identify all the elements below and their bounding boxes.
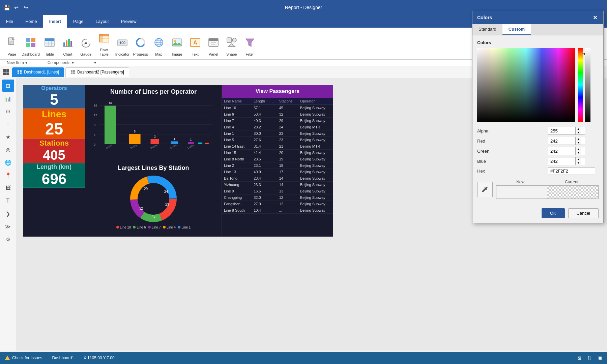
table-row[interactable]: Changping 32.0 12 Beijing Subway [222, 194, 333, 201]
status-icon-3[interactable]: ▣ [595, 353, 604, 363]
dialog-close-button[interactable]: ✕ [591, 14, 599, 21]
tab-standard[interactable]: Standard [472, 24, 502, 35]
table-row[interactable]: Line 1 30.0 23 Beijing Subway [222, 130, 333, 137]
tab-dashboard2[interactable]: Dashboard2 [Passengers] [65, 67, 129, 77]
cancel-button[interactable]: Cancel [568, 208, 599, 218]
blue-input-field[interactable]: ▲ ▼ [548, 157, 585, 165]
col-line-name[interactable]: Line Name [222, 98, 252, 105]
sidebar-icon-grid[interactable]: ⊞ [2, 80, 14, 92]
table-row[interactable]: Fangshan 27.0 12 Beijing Subway [222, 201, 333, 207]
legend-line1: Line 1 [178, 225, 191, 229]
ribbon-image[interactable]: Image [169, 33, 185, 57]
table-row[interactable]: Line 6 53.4 32 Beijing Subway [222, 111, 333, 118]
ribbon-map[interactable]: Map [150, 33, 167, 57]
tab-dashboard1-label: Dashboard1 [Lines] [24, 70, 59, 74]
ribbon-panel[interactable]: Panel [205, 33, 222, 57]
menu-insert[interactable]: Insert [43, 15, 67, 28]
alpha-input-field[interactable]: ▲ ▼ [548, 127, 585, 135]
col-sort[interactable]: ↓ [270, 98, 277, 105]
table-row[interactable]: Line 10 57.1 45 Beijing Subway [222, 105, 333, 111]
table-row[interactable]: Line 4 28.2 24 Beijing MTR [222, 124, 333, 130]
status-icon-1[interactable]: ⊠ [575, 353, 584, 363]
check-for-issues[interactable]: Check for Issues [0, 352, 47, 364]
table-row[interactable]: Line 8 North 28.5 19 Beijing Subway [222, 156, 333, 162]
alpha-spinners: ▲ ▼ [575, 127, 581, 134]
hex-input-field[interactable] [548, 167, 595, 175]
ribbon-indicator[interactable]: 100 Indicator [114, 33, 131, 57]
menu-layout[interactable]: Layout [89, 15, 115, 28]
extra-expand-1[interactable]: ▾ [94, 60, 96, 65]
sidebar-icon-list[interactable]: ≡ [2, 118, 14, 130]
hex-input[interactable] [548, 168, 592, 175]
ribbon-dashboard[interactable]: Dashboard [22, 33, 40, 57]
table-row[interactable]: Line 8 South 10.4 ... Beijing Subway [222, 207, 333, 214]
green-input-field[interactable]: ▲ ▼ [548, 147, 585, 155]
status-icon-2[interactable]: ⇅ [585, 353, 594, 363]
redo-icon[interactable]: ↪ [22, 4, 29, 11]
menu-preview[interactable]: Preview [115, 15, 142, 28]
table-row[interactable]: Line 13 40.9 17 Beijing Subway [222, 169, 333, 175]
table-row[interactable]: Yizhuang 23.3 14 Beijing Subway [222, 182, 333, 188]
menu-home[interactable]: Home [19, 15, 43, 28]
green-spin-down[interactable]: ▼ [576, 151, 581, 155]
eyedropper-button[interactable] [477, 182, 493, 197]
components-expand[interactable]: Components ▾ [48, 60, 74, 65]
red-spin-up[interactable]: ▲ [576, 137, 581, 141]
ok-button[interactable]: OK [542, 208, 565, 218]
save-icon[interactable]: 💾 [3, 4, 10, 11]
tab-dashboard1[interactable]: Dashboard1 [Lines] [12, 67, 64, 77]
table-row[interactable]: Ba Tong 23.4 14 Beijing Subway [222, 175, 333, 182]
table-row[interactable]: Line 5 27.6 23 Beijing Subway [222, 137, 333, 143]
brightness-strip[interactable] [585, 48, 590, 122]
data-table[interactable]: Line Name Length ↓ Stations Operator Lin… [222, 98, 333, 237]
hue-strip[interactable]: ◀ [578, 48, 583, 122]
sidebar-icon-circle[interactable]: ◎ [2, 144, 14, 156]
tab-custom[interactable]: Custom [502, 24, 531, 35]
sidebar-icon-indicator[interactable]: ★ [2, 131, 14, 143]
ribbon-progress[interactable]: Progress [132, 33, 149, 57]
color-gradient-area[interactable] [477, 48, 575, 122]
ribbon-gauge[interactable]: Gauge [78, 33, 94, 57]
blue-input[interactable] [548, 158, 575, 165]
tab-dashboard2-label: Dashboard2 [Passengers] [77, 70, 124, 74]
sidebar-icon-expand2[interactable]: ≫ [2, 220, 14, 233]
red-input[interactable] [548, 138, 575, 145]
sidebar-icon-image[interactable]: 🖼 [2, 182, 14, 194]
ribbon-chart[interactable]: Chart [59, 33, 76, 57]
sidebar-icon-settings[interactable]: ⚙ [2, 233, 14, 245]
ribbon-text[interactable]: A Text [187, 33, 204, 57]
col-stations[interactable]: Stations [277, 98, 298, 105]
ribbon-page[interactable]: Page [3, 33, 20, 57]
sidebar-icon-globe[interactable]: 🌐 [2, 156, 14, 169]
blue-spin-down[interactable]: ▼ [576, 161, 581, 165]
blue-spin-up[interactable]: ▲ [576, 157, 581, 161]
menu-page[interactable]: Page [67, 15, 89, 28]
svg-rect-42 [227, 38, 232, 42]
ribbon-filter[interactable]: Filter [241, 33, 258, 57]
alpha-spin-up[interactable]: ▲ [576, 127, 581, 131]
new-item-expand[interactable]: New Item ▾ [7, 60, 27, 65]
red-spin-down[interactable]: ▼ [576, 141, 581, 145]
green-spin-up[interactable]: ▲ [576, 147, 581, 151]
table-row[interactable]: Line 14 East 31.4 21 Beijing MTR [222, 143, 333, 150]
alpha-input[interactable] [548, 127, 575, 134]
sidebar-icon-chart[interactable]: 📊 [2, 92, 14, 104]
menu-file[interactable]: File [0, 15, 19, 28]
alpha-spin-down[interactable]: ▼ [576, 131, 581, 134]
table-row[interactable]: Line 15 41.4 20 Beijing Subway [222, 150, 333, 156]
green-input[interactable] [548, 148, 575, 155]
sidebar-icon-gauge[interactable]: ⊙ [2, 105, 14, 117]
undo-icon[interactable]: ↩ [13, 4, 20, 11]
col-length[interactable]: Length [252, 98, 270, 105]
red-input-field[interactable]: ▲ ▼ [548, 137, 585, 145]
sidebar-icon-pin[interactable]: 📍 [2, 169, 14, 181]
table-row[interactable]: Line 2 23.1 18 Beijing Subway [222, 162, 333, 169]
sidebar-icon-text[interactable]: T [2, 195, 14, 207]
table-row[interactable]: Line 7 40.3 29 Beijing Subway [222, 118, 333, 124]
ribbon-pivot-table[interactable]: PivotTable [96, 29, 113, 57]
ribbon-shape[interactable]: Shape [223, 33, 240, 57]
ribbon-table[interactable]: Table [41, 33, 58, 57]
col-operator[interactable]: Operator [298, 98, 333, 105]
sidebar-icon-expand[interactable]: ❯ [2, 208, 14, 220]
table-row[interactable]: Line 9 16.5 13 Beijing Subway [222, 188, 333, 194]
